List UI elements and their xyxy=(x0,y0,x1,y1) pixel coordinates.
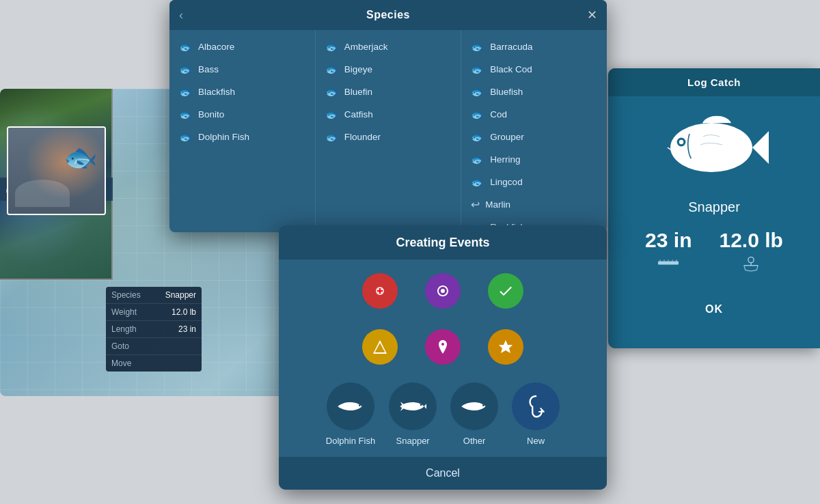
info-label-weight: Weight xyxy=(111,307,137,317)
weight-measurement: 12.0 lb xyxy=(719,229,782,276)
species-item-marlin[interactable]: ↩ Marlin xyxy=(461,193,607,216)
fish-icon: 🐟 xyxy=(179,130,193,143)
info-row-move[interactable]: Move xyxy=(106,355,202,372)
species-name: Barracuda xyxy=(490,42,532,52)
svg-point-15 xyxy=(748,257,754,262)
species-col-1: 🐟 Albacore 🐟 Bass 🐟 Blackfish 🐟 Bonito 🐟… xyxy=(169,30,316,232)
svg-point-4 xyxy=(420,404,422,406)
species-close-button[interactable]: ✕ xyxy=(587,8,597,23)
snapper-label: Snapper xyxy=(396,436,430,446)
events-dialog-title: Creating Events xyxy=(396,236,489,250)
svg-rect-9 xyxy=(658,262,679,265)
species-item-lingcod[interactable]: 🐟 Lingcod xyxy=(461,171,607,193)
events-cancel-label: Cancel xyxy=(426,467,460,479)
fish-photo-bg: 🐟 xyxy=(8,128,105,214)
species-item-black-cod[interactable]: 🐟 Black Cod xyxy=(461,58,607,81)
log-catch-fish-name: Snapper xyxy=(688,199,740,215)
events-icons-row-2 xyxy=(279,316,607,372)
fish-catch-other[interactable]: Other xyxy=(450,382,498,446)
species-item-bluefin[interactable]: 🐟 Bluefin xyxy=(316,81,461,103)
log-cancel-button[interactable]: CANCEL xyxy=(665,343,763,348)
species-name: Lingcod xyxy=(490,177,522,187)
species-item-barracuda[interactable]: 🐟 Barracuda xyxy=(461,36,607,58)
other-circle xyxy=(450,382,498,430)
species-name: Grouper xyxy=(490,132,524,142)
species-name: Cod xyxy=(490,109,507,120)
species-item-herring[interactable]: 🐟 Herring xyxy=(461,148,607,171)
species-item-catfish[interactable]: 🐟 Catfish xyxy=(316,103,461,126)
species-item-albacore[interactable]: 🐟 Albacore xyxy=(169,36,315,58)
species-name: Bigeye xyxy=(344,64,372,74)
length-value: 23 in xyxy=(645,229,692,252)
events-header: Creating Events xyxy=(279,225,607,260)
fish-icon: 🐟 xyxy=(179,40,193,53)
event-icon-purple[interactable] xyxy=(425,273,461,309)
species-back-button[interactable]: ‹ xyxy=(179,8,183,23)
boat-silhouette xyxy=(15,180,70,207)
info-label-goto: Goto xyxy=(111,341,129,351)
species-item-bigeye[interactable]: 🐟 Bigeye xyxy=(316,58,461,81)
species-item-dolphin-fish[interactable]: 🐟 Dolphin Fish xyxy=(169,126,315,148)
species-name: Black Cod xyxy=(490,64,532,74)
species-dialog-title: Species xyxy=(366,9,410,21)
species-name: Amberjack xyxy=(344,42,388,52)
event-icon-red[interactable] xyxy=(362,273,398,309)
fish-icon: 🐟 xyxy=(471,63,484,76)
svg-point-8 xyxy=(679,140,683,144)
species-name: Bluefin xyxy=(344,87,372,97)
ruler-icon xyxy=(658,256,679,272)
species-name: Albacore xyxy=(198,42,234,52)
info-row-weight: Weight 12.0 lb xyxy=(106,304,202,321)
species-item-bass[interactable]: 🐟 Bass xyxy=(169,58,315,81)
info-row-length: Length 23 in xyxy=(106,321,202,338)
species-name: Dolphin Fish xyxy=(198,132,249,142)
species-name: Bass xyxy=(198,64,219,74)
log-ok-button[interactable]: OK xyxy=(678,298,750,321)
dolphin-fish-circle xyxy=(327,382,374,430)
fish-catch-dolphin-fish[interactable]: Dolphin Fish xyxy=(326,382,375,446)
weight-value: 12.0 lb xyxy=(719,229,782,252)
species-item-flounder[interactable]: 🐟 Flounder xyxy=(316,126,461,148)
event-icon-magenta[interactable] xyxy=(425,329,461,365)
svg-marker-2 xyxy=(499,340,512,353)
events-dialog: Creating Events xyxy=(279,225,607,490)
new-circle xyxy=(512,382,560,430)
species-name: Catfish xyxy=(344,109,373,120)
fish-icon: 🐟 xyxy=(471,40,484,53)
log-catch-measurements: 23 in 12.0 lb xyxy=(645,229,783,276)
species-col-3: 🐟 Barracuda 🐟 Black Cod 🐟 Bluefish 🐟 Cod… xyxy=(461,30,607,232)
svg-point-6 xyxy=(670,123,752,172)
species-item-amberjack[interactable]: 🐟 Amberjack xyxy=(316,36,461,58)
info-label-species: Species xyxy=(111,290,141,300)
svg-point-3 xyxy=(359,404,361,406)
species-name: Bonito xyxy=(198,109,224,120)
species-item-bluefish[interactable]: 🐟 Bluefish xyxy=(461,81,607,103)
info-row-goto[interactable]: Goto xyxy=(106,338,202,355)
species-item-bonito[interactable]: 🐟 Bonito xyxy=(169,103,315,126)
length-measurement: 23 in xyxy=(645,229,692,276)
species-item-cod[interactable]: 🐟 Cod xyxy=(461,103,607,126)
info-row-species: Species Snapper xyxy=(106,287,202,304)
fish-catch-new[interactable]: New xyxy=(512,382,560,446)
info-card: Species Snapper Weight 12.0 lb Length 23… xyxy=(106,287,202,372)
species-body: 🐟 Albacore 🐟 Bass 🐟 Blackfish 🐟 Bonito 🐟… xyxy=(169,30,607,232)
species-item-grouper[interactable]: 🐟 Grouper xyxy=(461,126,607,148)
log-catch-title: Log Catch xyxy=(608,68,820,96)
fish-catch-snapper[interactable]: Snapper xyxy=(389,382,437,446)
log-catch-panel: Log Catch Snapper 23 in xyxy=(608,68,820,348)
fish-photo-fish-icon: 🐟 xyxy=(64,141,98,173)
fish-icon: 🐟 xyxy=(325,40,339,53)
fish-icon: 🐟 xyxy=(179,108,193,121)
info-label-move: Move xyxy=(111,359,131,368)
info-value-species: Snapper xyxy=(165,290,196,300)
events-fish-row: Dolphin Fish Snapper Other xyxy=(279,372,607,457)
event-icon-gold[interactable] xyxy=(488,329,523,365)
species-dialog: ‹ Species ✕ 🐟 Albacore 🐟 Bass 🐟 Blackfis… xyxy=(169,0,607,232)
event-icon-yellow[interactable] xyxy=(362,329,398,365)
dolphin-fish-label: Dolphin Fish xyxy=(326,436,375,446)
species-item-blackfish[interactable]: 🐟 Blackfish xyxy=(169,81,315,103)
event-icon-green[interactable] xyxy=(488,273,523,309)
svg-point-5 xyxy=(482,404,484,406)
fish-icon: 🐟 xyxy=(471,130,484,143)
events-cancel-button[interactable]: Cancel xyxy=(279,457,607,490)
